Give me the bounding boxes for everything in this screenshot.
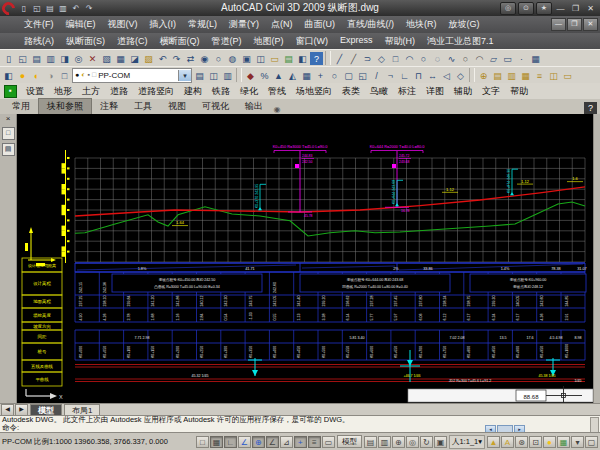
status-toggle-0[interactable]: □ xyxy=(196,436,209,448)
hongye-menu-item-13[interactable]: 详图 xyxy=(421,85,449,98)
draw-toolbar-icon-6[interactable]: ○ xyxy=(417,52,430,65)
status-toggle-5[interactable]: ∠ xyxy=(266,436,279,448)
menu2-item-6[interactable]: 窗口(W) xyxy=(290,35,335,48)
std-toolbar-icon-13[interactable]: ⇄ xyxy=(184,52,197,65)
tab-model[interactable]: 模型 xyxy=(30,404,62,416)
hongye-menu-item-14[interactable]: 辅助 xyxy=(449,85,477,98)
hongye-menu-item-6[interactable]: 铁路 xyxy=(207,85,235,98)
modify-toolbar-icon-10[interactable]: ¬ xyxy=(384,69,397,82)
menu1-item-4[interactable]: 常规(L) xyxy=(182,18,223,31)
hongye-menu-item-4[interactable]: 道路竖向 xyxy=(133,85,179,98)
std-toolbar-icon-3[interactable]: ▥ xyxy=(44,52,57,65)
menu2-item-7[interactable]: Express xyxy=(334,35,379,48)
command-scrollbar[interactable]: ◂ ▸ xyxy=(485,425,525,432)
quick-access-icon-0[interactable]: ▯ xyxy=(18,3,30,14)
layer-toolbar-icon-1[interactable]: ● xyxy=(16,69,29,82)
draw-toolbar-icon-0[interactable]: ╱ xyxy=(333,52,346,65)
draw-toolbar-icon-2[interactable]: ⊃ xyxy=(361,52,374,65)
drawing-canvas[interactable]: K0+450 R=3000 T=45.0 L=90.0244.83242.504… xyxy=(17,114,593,403)
std-toolbar-icon-7[interactable]: ▧ xyxy=(100,52,113,65)
menu1-item-1[interactable]: 编辑(E) xyxy=(60,18,102,31)
quick-access-icon-2[interactable]: ▤ xyxy=(44,3,56,14)
std-toolbar-icon-5[interactable]: ◎ xyxy=(72,52,85,65)
status-toggle-3[interactable]: ∠ xyxy=(238,436,251,448)
draw-toolbar-icon-8[interactable]: ∿ xyxy=(445,52,458,65)
status-toggle-2[interactable]: ∟ xyxy=(224,436,237,448)
ribbon-tab-0[interactable]: 常用 xyxy=(4,99,38,114)
model-space-button[interactable]: 模型 xyxy=(337,435,362,448)
hongye-menu-item-9[interactable]: 场地竖向 xyxy=(291,85,337,98)
draw-toolbar-icon-4[interactable]: □ xyxy=(389,52,402,65)
draw-toolbar-icon-11[interactable]: ▱ xyxy=(487,52,500,65)
right-toolbar-icon-1[interactable]: ▤ xyxy=(491,69,504,82)
modify-toolbar-icon-11[interactable]: ∟ xyxy=(398,69,411,82)
draw-toolbar-icon-3[interactable]: ◇ xyxy=(375,52,388,65)
status-tool-4[interactable]: ● xyxy=(543,436,556,448)
std-toolbar-icon-2[interactable]: ▤ xyxy=(30,52,43,65)
modify-toolbar-icon-9[interactable]: / xyxy=(370,69,383,82)
menu2-item-3[interactable]: 横断面(Q) xyxy=(154,35,206,48)
std-toolbar-icon-9[interactable]: ◪ xyxy=(128,52,141,65)
menu1-item-0[interactable]: 文件(F) xyxy=(18,18,60,31)
hongye-menu-item-8[interactable]: 管线 xyxy=(263,85,291,98)
menu1-item-5[interactable]: 测量(Y) xyxy=(223,18,265,31)
menu1-item-3[interactable]: 插入(I) xyxy=(144,18,183,31)
std-toolbar-icon-8[interactable]: ▦ xyxy=(114,52,127,65)
palette-icon-1[interactable]: □ xyxy=(2,127,15,140)
modify-toolbar-icon-6[interactable]: ○ xyxy=(328,69,341,82)
std-toolbar-icon-19[interactable]: ▭ xyxy=(268,52,281,65)
annotation-scale-control[interactable]: 人1:1_1▾ xyxy=(449,435,485,449)
draw-toolbar-icon-7[interactable]: ◌ xyxy=(431,52,444,65)
menu2-item-9[interactable]: 鸿业工业总图7.1 xyxy=(421,35,500,48)
std-toolbar-icon-1[interactable]: ◱ xyxy=(16,52,29,65)
layer-tools-icon-0[interactable]: ▤ xyxy=(193,69,206,82)
hongye-menu-item-0[interactable]: 设置 xyxy=(21,85,49,98)
draw-toolbar-icon-1[interactable]: ╱ xyxy=(347,52,360,65)
std-toolbar-icon-10[interactable]: ▨ xyxy=(142,52,155,65)
layer-tools-icon-1[interactable]: ◫ xyxy=(207,69,220,82)
modify-toolbar-icon-0[interactable]: ◆ xyxy=(244,69,257,82)
right-toolbar-icon-4[interactable]: ≡ xyxy=(533,69,546,82)
std-toolbar-icon-14[interactable]: ◉ xyxy=(198,52,211,65)
hongye-menu-item-11[interactable]: 鸟瞰 xyxy=(365,85,393,98)
menu1-item-7[interactable]: 曲面(U) xyxy=(299,18,342,31)
view-tool-0[interactable]: ▤ xyxy=(364,436,377,448)
layer-dropdown[interactable]: ● ◐ ▪ □ PP-COM ▾ xyxy=(72,68,192,83)
modify-toolbar-icon-13[interactable]: ↔ xyxy=(426,69,439,82)
status-tool-1[interactable]: A xyxy=(501,436,514,448)
tab-nav-prev[interactable]: ◀ xyxy=(1,404,14,416)
menu2-item-5[interactable]: 地图(P) xyxy=(248,35,290,48)
hongye-menu-item-5[interactable]: 建构 xyxy=(179,85,207,98)
ribbon-tab-4[interactable]: 视图 xyxy=(160,99,194,114)
draw-toolbar-icon-9[interactable]: ○ xyxy=(459,52,472,65)
status-tool-3[interactable]: ⊡ xyxy=(529,436,542,448)
layer-toolbar-icon-4[interactable]: □ xyxy=(58,69,71,82)
draw-toolbar-icon-13[interactable]: · xyxy=(515,52,528,65)
close-button[interactable]: ✕ xyxy=(584,3,597,14)
ribbon-tab-6[interactable]: 输出 xyxy=(237,99,271,114)
modify-toolbar-icon-4[interactable]: ▦ xyxy=(300,69,313,82)
status-tool-2[interactable]: ⊛ xyxy=(515,436,528,448)
view-tool-3[interactable]: ◎ xyxy=(406,436,419,448)
std-toolbar-icon-12[interactable]: ↷ xyxy=(170,52,183,65)
status-toggle-4[interactable]: ⊕ xyxy=(252,436,265,448)
std-toolbar-icon-15[interactable]: ○ xyxy=(212,52,225,65)
std-toolbar-icon-4[interactable]: ◨ xyxy=(58,52,71,65)
modify-toolbar-icon-1[interactable]: % xyxy=(258,69,271,82)
status-tool-7[interactable]: ▢ xyxy=(585,436,598,448)
hongye-menu-item-1[interactable]: 地形 xyxy=(49,85,77,98)
menu1-item-6[interactable]: 点(N) xyxy=(265,18,299,31)
ribbon-tab-5[interactable]: 可视化 xyxy=(194,99,237,114)
hongye-menu-item-16[interactable]: 帮助 xyxy=(505,85,533,98)
view-tool-1[interactable]: ▥ xyxy=(378,436,391,448)
status-toggle-1[interactable]: ▦ xyxy=(210,436,223,448)
modify-toolbar-icon-12[interactable]: ⊓ xyxy=(412,69,425,82)
autocad-logo-icon[interactable] xyxy=(0,0,18,18)
std-toolbar-icon-21[interactable]: ◧ xyxy=(296,52,309,65)
std-toolbar-icon-11[interactable]: ↶ xyxy=(156,52,169,65)
draw-toolbar-icon-14[interactable]: ▦ xyxy=(529,52,542,65)
menu2-item-8[interactable]: 帮助(H) xyxy=(379,35,422,48)
modify-toolbar-icon-8[interactable]: ◱ xyxy=(356,69,369,82)
ribbon-state-icon[interactable]: ◉ xyxy=(271,105,283,114)
modify-toolbar-icon-14[interactable]: ◁ xyxy=(440,69,453,82)
